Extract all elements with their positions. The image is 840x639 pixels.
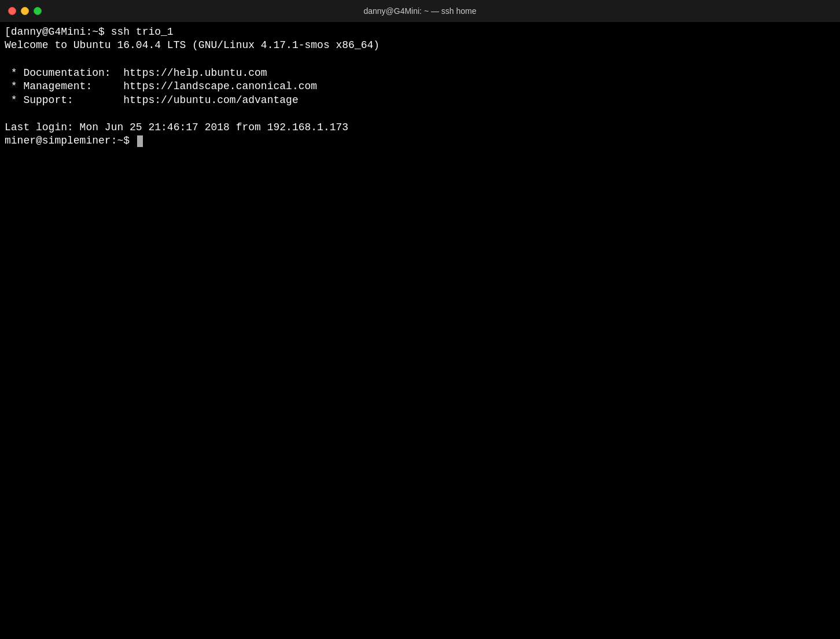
terminal-line-5: * Support: https://ubuntu.com/advantage [5,94,835,107]
empty-line-1 [5,53,835,67]
terminal-cursor [137,135,143,147]
traffic-lights [8,7,42,15]
terminal-line-2: Welcome to Ubuntu 16.04.4 LTS (GNU/Linux… [5,39,835,52]
maximize-button[interactable] [34,7,42,15]
close-button[interactable] [8,7,16,15]
terminal-line-3: * Documentation: https://help.ubuntu.com [5,67,835,80]
terminal-line-1: [danny@G4Mini:~$ ssh trio_1 [5,25,835,39]
title-bar: danny@G4Mini: ~ — ssh home [0,0,840,22]
terminal-window: danny@G4Mini: ~ — ssh home [danny@G4Mini… [0,0,840,639]
window-title: danny@G4Mini: ~ — ssh home [363,6,476,16]
terminal-prompt-line[interactable]: miner@simpleminer:~$ [5,134,835,148]
empty-line-2 [5,107,835,121]
minimize-button[interactable] [21,7,29,15]
terminal-prompt: miner@simpleminer:~$ [5,134,136,148]
terminal-line-6: Last login: Mon Jun 25 21:46:17 2018 fro… [5,121,835,134]
terminal-line-4: * Management: https://landscape.canonica… [5,80,835,93]
terminal-body[interactable]: [danny@G4Mini:~$ ssh trio_1 Welcome to U… [0,22,840,639]
